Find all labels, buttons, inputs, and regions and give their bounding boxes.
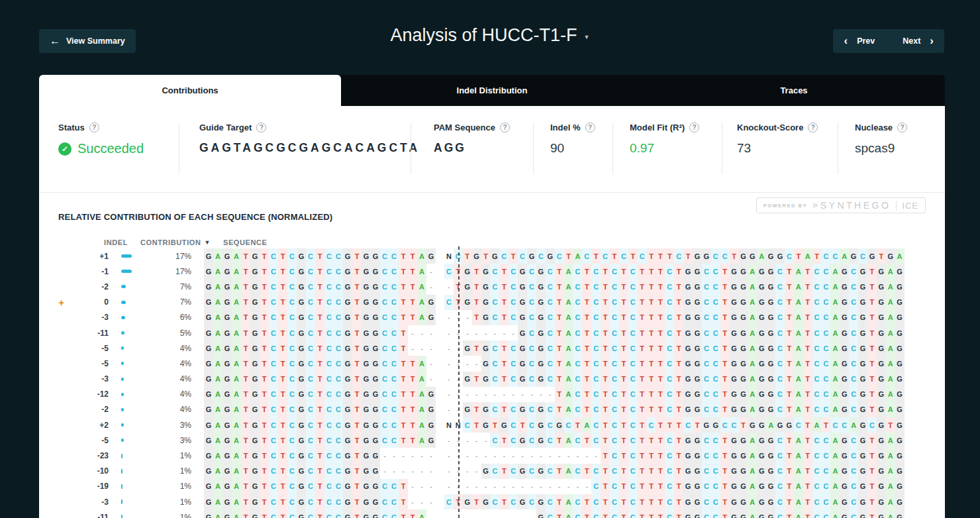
base-cell: G: [426, 310, 436, 325]
base-cell: G: [877, 372, 886, 387]
base-cell: G: [204, 464, 213, 479]
table-row: -54%GAGATGTCTCGCTCCGTGGCCT-----GTGCTCGCG…: [39, 340, 945, 356]
base-cell: T: [315, 464, 324, 479]
base-cell: T: [472, 402, 481, 417]
base-cell: C: [306, 264, 315, 279]
base-cell: T: [278, 464, 287, 479]
base-cell: G: [297, 448, 306, 463]
base-cell: T: [260, 387, 269, 402]
tab-traces[interactable]: Traces: [643, 75, 945, 106]
base-cell: G: [343, 448, 352, 463]
base-cell: T: [582, 387, 591, 402]
contribution-pct: 1%: [140, 451, 191, 460]
help-icon[interactable]: ?: [256, 123, 266, 132]
base-cell: G: [371, 310, 380, 325]
base-cell: C: [334, 279, 343, 294]
base-cell: G: [766, 372, 775, 387]
base-cell: G: [222, 387, 232, 402]
base-cell: T: [241, 340, 250, 356]
deletion-cell: -: [444, 402, 454, 417]
cut-site-gap: [436, 372, 444, 387]
base-cell: G: [840, 340, 849, 356]
base-cell: G: [297, 402, 306, 417]
help-icon[interactable]: ?: [585, 123, 595, 132]
base-cell: C: [711, 264, 720, 279]
base-cell: G: [362, 387, 371, 402]
base-cell: C: [822, 356, 831, 371]
base-cell: C: [306, 479, 315, 494]
cut-site-gap: [436, 356, 444, 371]
base-cell: T: [260, 417, 269, 433]
base-cell: C: [812, 479, 822, 494]
base-cell: A: [830, 509, 840, 518]
base-cell: G: [840, 448, 849, 463]
base-cell: G: [895, 325, 905, 340]
base-cell: C: [527, 310, 536, 325]
base-cell: G: [362, 433, 371, 448]
base-cell: G: [693, 295, 702, 310]
base-cell: G: [693, 264, 702, 279]
base-cell: A: [886, 264, 895, 279]
base-cell: T: [352, 387, 362, 402]
base-cell: G: [204, 264, 213, 279]
base-cell: T: [582, 325, 591, 340]
base-cell: G: [204, 433, 213, 448]
base-cell: T: [601, 310, 610, 325]
next-button[interactable]: Next: [903, 36, 920, 46]
base-cell: A: [564, 372, 573, 387]
base-cell: C: [546, 340, 555, 356]
help-icon[interactable]: ?: [897, 123, 907, 132]
base-cell: G: [204, 509, 213, 518]
base-cell: C: [610, 295, 619, 310]
base-cell: G: [481, 372, 491, 387]
base-cell: G: [297, 340, 306, 356]
table-row: -31%GAGATGTCTCGCTCCGTGGCCT---CTGTGCTCGCG…: [39, 494, 945, 509]
base-cell: T: [638, 464, 647, 479]
base-cell: A: [830, 264, 840, 279]
help-icon[interactable]: ?: [808, 123, 818, 132]
base-cell: G: [371, 494, 380, 509]
base-cell: A: [886, 279, 895, 294]
base-cell: A: [830, 479, 840, 494]
base-cell: T: [472, 340, 481, 356]
base-cell: A: [417, 310, 426, 325]
base-cell: G: [693, 509, 702, 518]
column-header-contribution[interactable]: CONTRIBUTION ▼: [128, 238, 211, 246]
prev-button[interactable]: Prev: [857, 36, 875, 46]
base-cell: C: [324, 340, 334, 356]
help-icon[interactable]: ?: [500, 123, 510, 132]
chevron-right-icon[interactable]: ›: [930, 35, 934, 48]
base-cell: T: [638, 509, 647, 518]
tab-contributions[interactable]: Contributions: [39, 75, 341, 106]
base-cell: C: [509, 356, 518, 371]
base-cell: T: [315, 402, 324, 417]
deletion-cell: -: [472, 433, 481, 448]
base-cell: T: [647, 494, 656, 509]
contribution-pct: 3%: [140, 436, 191, 445]
chevron-left-icon[interactable]: ‹: [844, 35, 848, 48]
base-cell: G: [693, 356, 702, 371]
base-cell: C: [849, 372, 858, 387]
table-row: -27%GAGATGTCTCGCTCCGTGGCCTTA--TGTGCTCGCG…: [39, 279, 945, 294]
base-cell: A: [886, 295, 895, 310]
tab-indel-distribution[interactable]: Indel Distribution: [341, 75, 643, 106]
base-cell: C: [628, 372, 638, 387]
base-cell: G: [757, 402, 766, 417]
base-cell: G: [371, 356, 380, 371]
base-cell: C: [711, 248, 720, 264]
base-cell: C: [591, 295, 601, 310]
base-cell: C: [380, 325, 389, 340]
base-cell: T: [785, 295, 794, 310]
deletion-cell: -: [444, 509, 454, 518]
base-cell: T: [619, 433, 628, 448]
base-cell: A: [886, 402, 895, 417]
base-cell: G: [858, 279, 867, 294]
base-cell: G: [343, 372, 352, 387]
help-icon[interactable]: ?: [89, 123, 99, 132]
base-cell: A: [830, 279, 840, 294]
base-cell: C: [628, 279, 638, 294]
base-cell: G: [518, 372, 527, 387]
help-icon[interactable]: ?: [689, 123, 699, 132]
base-cell: C: [389, 310, 399, 325]
base-cell: T: [867, 387, 877, 402]
